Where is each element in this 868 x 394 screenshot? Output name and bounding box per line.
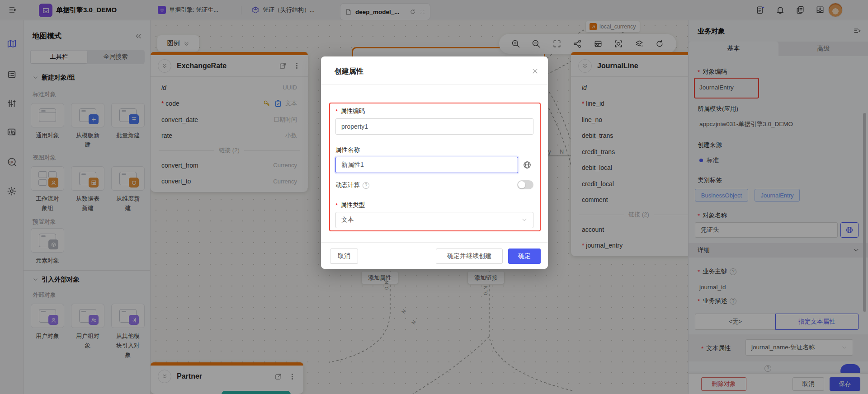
modal-close-icon[interactable] [532,68,538,75]
create-property-modal: 创建属性 属性编码 property1 属性名称 新属性1 动态计算? 属性类型… [321,56,548,269]
property-type-select[interactable]: 文本 [335,212,533,228]
modal-cancel-button[interactable]: 取消 [330,249,358,264]
modal-ok-button[interactable]: 确定 [508,249,541,264]
modal-ok-continue-button[interactable]: 确定并继续创建 [436,249,503,264]
app-root: 图例 local_currency ExchangeRate [0,0,868,394]
property-type-label: 属性类型 [335,201,365,209]
divider [321,242,548,243]
chevron-down-icon [521,217,528,223]
divider [321,84,548,84]
dynamic-calc-label: 动态计算? [335,181,369,189]
modal-title: 创建属性 [335,67,363,76]
property-code-input[interactable]: property1 [335,118,533,135]
property-name-label: 属性名称 [335,146,360,154]
question-icon: ? [363,182,369,189]
dynamic-calc-toggle[interactable] [517,180,533,189]
globe-i18n-icon[interactable] [523,160,532,169]
property-code-label: 属性编码 [335,107,365,115]
property-name-input[interactable]: 新属性1 [335,157,518,173]
